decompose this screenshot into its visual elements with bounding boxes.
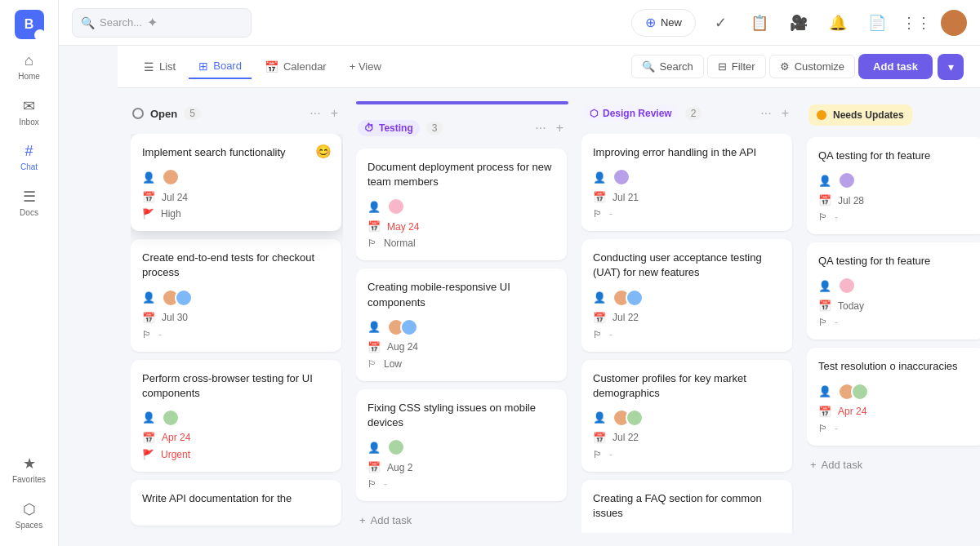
avatar [612, 168, 630, 186]
priority-label-testing-1: Normal [384, 237, 416, 249]
tab-add-view[interactable]: + View [340, 55, 391, 78]
card-design-3[interactable]: Customer profiles for key market demogra… [581, 360, 792, 472]
sidebar-item-docs[interactable]: ☰ Docs [7, 181, 52, 224]
sidebar-label-inbox: Inbox [19, 118, 38, 127]
card-date-open-1: Jul 24 [162, 192, 188, 203]
design-badge: ⬡ Design Review [583, 105, 679, 122]
card-testing-3[interactable]: Fixing CSS styling issues on mobile devi… [356, 389, 567, 501]
alarm-icon[interactable]: 🔔 [823, 8, 853, 38]
sidebar-item-home[interactable]: ⌂ Home [7, 46, 52, 87]
video-icon[interactable]: 🎥 [784, 8, 813, 38]
column-menu-design[interactable]: ··· [757, 104, 774, 122]
add-task-button[interactable]: Add task [858, 54, 933, 79]
card-design-4[interactable]: Creating a FAQ section for common issues [581, 480, 792, 533]
tab-calendar[interactable]: 📅 Calendar [255, 55, 336, 78]
card-meta-testing-3: 👤 📅 Aug 2 🏳 - [368, 438, 555, 490]
card-design-1[interactable]: Improving error handling in the API 👤 📅 … [581, 134, 792, 231]
date-icon: 📅 [818, 194, 831, 206]
needs-badge: Needs Updates [808, 104, 912, 126]
card-needs-2[interactable]: QA testing for th feature 👤 📅 Today [807, 242, 980, 340]
card-open-2[interactable]: Create end-to-end tests for checkout pro… [131, 239, 341, 351]
testing-badge-icon: ⏱ [364, 122, 374, 134]
assignee-icon: 👤 [142, 171, 155, 184]
card-open-1[interactable]: Implement search functionality 😊 👤 📅 Jul… [131, 134, 341, 231]
flag-icon: 🏳 [593, 329, 603, 340]
avatar-group [162, 409, 175, 427]
priority-label-design-3: - [609, 449, 612, 460]
priority-label-open-2: - [158, 329, 162, 340]
card-design-2[interactable]: Conducting user acceptance testing (UAT)… [581, 239, 792, 351]
priority-label-open-3: Urgent [161, 449, 190, 460]
column-actions-design: ··· + [757, 104, 792, 122]
card-open-4[interactable]: Write API documentation for the [131, 480, 341, 526]
user-avatar[interactable] [941, 10, 967, 36]
column-open: Open 5 ··· + Implement search functional… [131, 101, 343, 533]
column-add-design[interactable]: + [778, 104, 792, 122]
search-box[interactable]: 🔍 Search... ✦ [72, 8, 252, 38]
search-icon: 🔍 [81, 16, 95, 29]
column-needs: Needs Updates QA testing for th feature … [807, 101, 980, 533]
card-meta-testing-2: 👤 📅 Aug 24 🏳 Low [368, 318, 555, 370]
tab-board[interactable]: ⊞ Board [189, 55, 252, 79]
card-needs-3[interactable]: Test resolution o inaccuracies 👤 📅 Apr 2… [807, 348, 980, 445]
priority-label-design-1: - [609, 208, 612, 220]
card-title-design-2: Conducting user acceptance testing (UAT)… [593, 251, 781, 280]
avatar [162, 168, 180, 186]
viewbar: ☰ List ⊞ Board 📅 Calendar + View 🔍 Searc… [118, 46, 980, 88]
clipboard-icon[interactable]: 📋 [745, 8, 774, 38]
assignee-icon: 👤 [368, 201, 381, 213]
card-date-needs-2: Today [838, 300, 864, 312]
card-testing-1[interactable]: Document deployment process for new team… [356, 149, 567, 260]
date-icon: 📅 [818, 406, 831, 418]
card-date-open-2: Jul 30 [162, 312, 188, 323]
tab-list[interactable]: ☰ List [134, 55, 185, 78]
column-label-needs: Needs Updates [833, 109, 904, 121]
add-task-needs[interactable]: + Add task [807, 454, 980, 476]
avatar [626, 409, 644, 427]
sidebar-item-favorites[interactable]: ★ Favorites [7, 448, 52, 491]
add-task-chevron[interactable]: ▾ [938, 54, 964, 80]
card-testing-2[interactable]: Creating mobile-responsive UI components… [356, 269, 567, 380]
avatar-group [162, 168, 175, 186]
date-icon: 📅 [593, 432, 606, 444]
check-icon[interactable]: ✓ [706, 8, 735, 38]
card-needs-1[interactable]: QA testing for th feature 👤 📅 Jul 28 [807, 137, 980, 234]
filter-button[interactable]: ⊟ Filter [707, 55, 766, 78]
column-menu-open[interactable]: ··· [306, 104, 323, 122]
column-add-testing[interactable]: + [553, 119, 567, 137]
star-icon: ★ [23, 455, 36, 473]
column-menu-testing[interactable]: ··· [532, 119, 549, 137]
assignee-icon: 👤 [593, 171, 606, 184]
sidebar-item-inbox[interactable]: ✉ Inbox [7, 91, 52, 133]
file-icon[interactable]: 📄 [862, 8, 892, 38]
sidebar-label-favorites: Favorites [12, 475, 46, 484]
workspace-logo[interactable]: B ✓ [15, 10, 44, 39]
calendar-icon: 📅 [265, 60, 278, 73]
sidebar-label-home: Home [18, 72, 40, 81]
card-open-3[interactable]: Perform cross-browser testing for UI com… [131, 360, 341, 472]
priority-label-needs-2: - [835, 317, 838, 328]
card-date-open-3: Apr 24 [162, 432, 190, 443]
assignee-icon: 👤 [368, 442, 381, 454]
add-task-testing[interactable]: + Add task [356, 509, 567, 531]
card-meta-open-3: 👤 📅 Apr 24 🚩 Urgent [142, 409, 330, 460]
search-button[interactable]: 🔍 Search [631, 55, 704, 78]
customize-button[interactable]: ⚙ Customize [769, 55, 855, 78]
column-add-open[interactable]: + [327, 104, 341, 122]
assignee-icon: 👤 [818, 280, 831, 292]
new-button[interactable]: ⊕ New [631, 9, 696, 37]
add-task-icon: + [359, 514, 366, 526]
search-placeholder: Search... [100, 16, 142, 29]
priority-label-open-1: High [161, 208, 181, 220]
chat-icon: # [24, 143, 33, 160]
card-date-design-1: Jul 21 [612, 192, 639, 203]
card-meta-needs-1: 👤 📅 Jul 28 🏳 - [818, 171, 973, 223]
card-meta-open-1: 👤 📅 Jul 24 🚩 High [142, 168, 330, 220]
sidebar-item-spaces[interactable]: ⬡ Spaces [7, 494, 52, 536]
sidebar-item-chat[interactable]: # Chat [7, 136, 52, 178]
assignee-icon: 👤 [818, 385, 831, 397]
needs-dot [817, 110, 826, 120]
column-testing: ⏱ Testing 3 ··· + Document deployment pr… [356, 101, 568, 533]
date-icon: 📅 [593, 312, 606, 324]
grid-icon[interactable]: ⋮⋮ [902, 8, 931, 38]
